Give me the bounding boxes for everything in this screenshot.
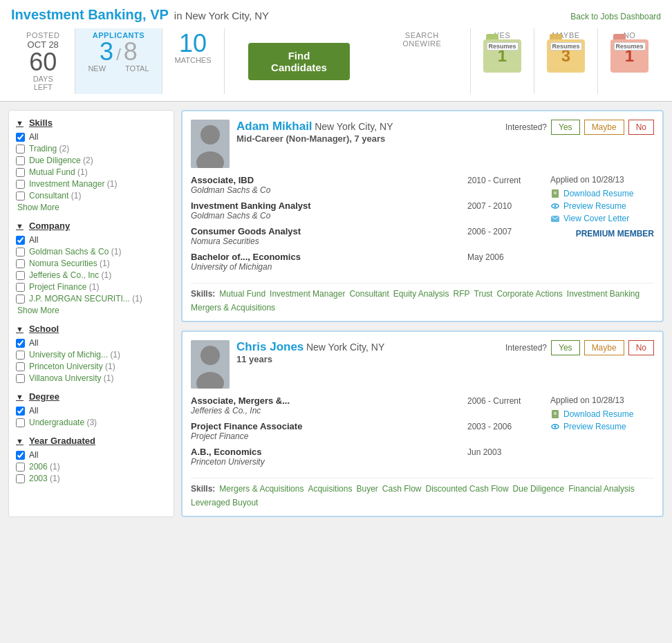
filter-link[interactable]: Jefferies & Co., Inc bbox=[29, 270, 99, 280]
skill-tag[interactable]: Trust bbox=[474, 289, 493, 299]
filter-item[interactable]: All bbox=[16, 406, 167, 416]
preview-resume-link[interactable]: Preview Resume bbox=[550, 422, 654, 431]
filter-link[interactable]: J.P. MORGAN SECURITI... bbox=[29, 294, 130, 304]
filter-item[interactable]: All bbox=[16, 338, 167, 348]
interested-yes-button[interactable]: Yes bbox=[551, 340, 580, 355]
filter-link[interactable]: Consultant bbox=[29, 191, 68, 201]
filter-checkbox[interactable] bbox=[16, 339, 25, 348]
filter-checkbox[interactable] bbox=[16, 374, 25, 383]
candidate-body: Associate, IBD Goldman Sachs & Co 2010 -… bbox=[191, 175, 654, 277]
find-candidates-button[interactable]: Find Candidates bbox=[248, 43, 351, 80]
filter-checkbox[interactable] bbox=[16, 259, 25, 268]
skill-tag[interactable]: RFP bbox=[454, 289, 470, 299]
filter-link[interactable]: Nomura Securities bbox=[29, 259, 97, 268]
download-resume-link[interactable]: Download Resume bbox=[550, 409, 654, 419]
skill-tag[interactable]: Financial Analysis bbox=[568, 484, 634, 494]
candidate-card: Chris Jones New York City, NY11 yearsInt… bbox=[181, 330, 664, 517]
filter-checkbox[interactable] bbox=[16, 271, 25, 280]
filter-item[interactable]: Trading (2) bbox=[16, 144, 167, 153]
filter-item[interactable]: 2003 (1) bbox=[16, 474, 167, 483]
filter-checkbox[interactable] bbox=[16, 133, 25, 142]
interested-no-button[interactable]: No bbox=[628, 120, 654, 135]
filter-checkbox[interactable] bbox=[16, 168, 25, 177]
filter-checkbox[interactable] bbox=[16, 451, 25, 460]
filter-item[interactable]: J.P. MORGAN SECURITI... (1) bbox=[16, 294, 167, 304]
filter-checkbox[interactable] bbox=[16, 180, 25, 189]
company-show-more[interactable]: Show More bbox=[16, 306, 167, 315]
interested-maybe-button[interactable]: Maybe bbox=[584, 120, 624, 135]
skill-tag[interactable]: Buyer bbox=[356, 484, 377, 494]
filter-item[interactable]: 2006 (1) bbox=[16, 462, 167, 472]
filter-checkbox[interactable] bbox=[16, 156, 25, 165]
filter-link[interactable]: Mutual Fund bbox=[29, 167, 75, 177]
view-cover-letter-link[interactable]: View Cover Letter bbox=[550, 214, 654, 223]
filter-link[interactable]: 2003 bbox=[29, 474, 48, 483]
filter-link[interactable]: Princeton University bbox=[29, 362, 103, 371]
degree-header[interactable]: ▼ Degree bbox=[16, 391, 167, 402]
year-header[interactable]: ▼ Year Graduated bbox=[16, 436, 167, 446]
interested-no-button[interactable]: No bbox=[628, 340, 654, 355]
skill-tag[interactable]: Acquisitions bbox=[308, 484, 352, 494]
skill-tag[interactable]: Corporate Actions bbox=[496, 289, 562, 299]
company-header[interactable]: ▼ Company bbox=[16, 221, 167, 231]
filter-item[interactable]: Goldman Sachs & Co (1) bbox=[16, 247, 167, 257]
filter-link[interactable]: Due Diligence bbox=[29, 156, 81, 165]
filter-item[interactable]: Consultant (1) bbox=[16, 191, 167, 201]
filter-checkbox[interactable] bbox=[16, 407, 25, 416]
filter-item[interactable]: Investment Manager (1) bbox=[16, 179, 167, 189]
skill-tag[interactable]: Mergers & Acquisitions bbox=[219, 484, 304, 494]
filter-item[interactable]: Jefferies & Co., Inc (1) bbox=[16, 270, 167, 280]
skill-tag[interactable]: Leveraged Buyout bbox=[191, 498, 258, 507]
filter-checkbox[interactable] bbox=[16, 145, 25, 153]
filter-link[interactable]: Investment Manager bbox=[29, 179, 104, 189]
filter-link[interactable]: Project Finance bbox=[29, 282, 86, 292]
filter-checkbox[interactable] bbox=[16, 192, 25, 201]
filter-checkbox[interactable] bbox=[16, 351, 25, 360]
filter-checkbox[interactable] bbox=[16, 362, 25, 371]
filter-link[interactable]: 2006 bbox=[29, 462, 48, 472]
filter-checkbox[interactable] bbox=[16, 474, 25, 483]
filter-item[interactable]: University of Michig... (1) bbox=[16, 350, 167, 360]
filter-checkbox[interactable] bbox=[16, 463, 25, 472]
filter-item[interactable]: Princeton University (1) bbox=[16, 362, 167, 371]
interested-yes-button[interactable]: Yes bbox=[551, 120, 580, 135]
skill-tag[interactable]: Discounted Cash Flow bbox=[426, 484, 509, 494]
download-resume-link[interactable]: Download Resume bbox=[550, 189, 654, 198]
filter-link[interactable]: Trading bbox=[29, 144, 57, 153]
skill-tag[interactable]: Cash Flow bbox=[382, 484, 422, 494]
back-to-dashboard-link[interactable]: Back to Jobs Dashboard bbox=[570, 12, 661, 21]
filter-checkbox[interactable] bbox=[16, 295, 25, 304]
no-folder[interactable]: Resumes 1 bbox=[610, 39, 648, 73]
skills-show-more[interactable]: Show More bbox=[16, 203, 167, 212]
skill-tag[interactable]: Due Diligence bbox=[513, 484, 565, 494]
filter-checkbox[interactable] bbox=[16, 418, 25, 427]
skill-tag[interactable]: Mergers & Acquisitions bbox=[191, 303, 275, 313]
filter-link[interactable]: Villanova University bbox=[29, 373, 102, 383]
skill-tag[interactable]: Equity Analysis bbox=[393, 289, 449, 299]
maybe-folder[interactable]: Resumes 3 bbox=[547, 39, 585, 73]
filter-checkbox[interactable] bbox=[16, 283, 25, 292]
filter-item[interactable]: Due Diligence (2) bbox=[16, 156, 167, 165]
school-header[interactable]: ▼ School bbox=[16, 324, 167, 334]
skill-tag[interactable]: Investment Manager bbox=[270, 289, 345, 299]
filter-item[interactable]: All bbox=[16, 450, 167, 460]
filter-item[interactable]: Nomura Securities (1) bbox=[16, 259, 167, 268]
filter-link[interactable]: Undergraduate bbox=[29, 418, 84, 427]
skill-tag[interactable]: Consultant bbox=[349, 289, 389, 299]
skills-header[interactable]: ▼ Skills bbox=[16, 118, 167, 128]
filter-checkbox[interactable] bbox=[16, 248, 25, 257]
filter-link[interactable]: University of Michig... bbox=[29, 350, 108, 360]
filter-item[interactable]: Project Finance (1) bbox=[16, 282, 167, 292]
yes-folder[interactable]: Resumes 1 bbox=[483, 39, 521, 73]
filter-checkbox[interactable] bbox=[16, 236, 25, 245]
filter-item[interactable]: Villanova University (1) bbox=[16, 373, 167, 383]
skill-tag[interactable]: Investment Banking bbox=[567, 289, 640, 299]
filter-item[interactable]: All bbox=[16, 235, 167, 245]
filter-item[interactable]: Mutual Fund (1) bbox=[16, 167, 167, 177]
interested-maybe-button[interactable]: Maybe bbox=[584, 340, 624, 355]
skill-tag[interactable]: Mutual Fund bbox=[219, 289, 265, 299]
filter-item[interactable]: All bbox=[16, 132, 167, 142]
filter-link[interactable]: Goldman Sachs & Co bbox=[29, 247, 109, 257]
filter-item[interactable]: Undergraduate (3) bbox=[16, 418, 167, 427]
preview-resume-link[interactable]: Preview Resume bbox=[550, 201, 654, 211]
